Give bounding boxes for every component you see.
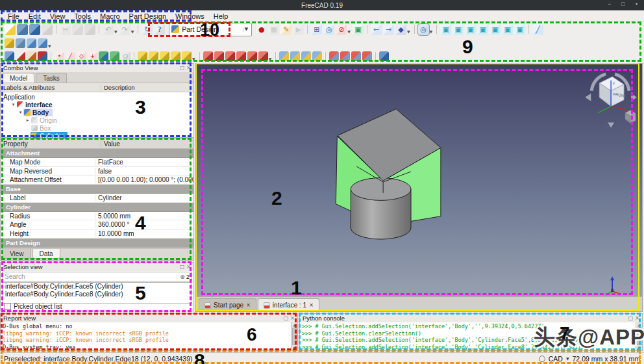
selection-list-item[interactable]: interface#Body.Cylinder.Face8 (Cylinder) xyxy=(3,291,192,298)
minimize-button[interactable]: − xyxy=(608,1,611,7)
property-row-height[interactable]: Height10.0000 mm xyxy=(1,229,193,239)
rotate-view-icon[interactable]: ◆ xyxy=(395,24,406,35)
view-bottom-icon[interactable]: ▣ xyxy=(502,24,513,35)
view-top-icon[interactable]: ▣ xyxy=(465,24,476,35)
view-rear-icon[interactable]: ▣ xyxy=(489,24,501,35)
property-value[interactable]: Cylinder xyxy=(95,194,193,202)
macro-record-icon[interactable]: ● xyxy=(256,24,267,35)
menu-edit[interactable]: Edit xyxy=(24,12,45,21)
expander-icon[interactable]: ▸ xyxy=(2,177,5,182)
redo-dropdown-icon[interactable]: ▼ xyxy=(131,29,134,34)
close-button[interactable]: ▪ xyxy=(636,1,638,7)
close-tab-icon[interactable]: × xyxy=(309,302,314,308)
3d-viewport[interactable]: FRONT z x xyxy=(195,64,642,297)
column-description[interactable]: Description xyxy=(101,84,138,91)
subtractive-helix-dropdown-icon[interactable]: ▼ xyxy=(269,57,272,61)
fillet-icon[interactable] xyxy=(279,51,289,61)
nav-back-icon[interactable]: ← xyxy=(371,24,382,35)
menu-macro[interactable]: Macro xyxy=(95,12,125,21)
property-row-map-mode[interactable]: Map ModeFlatFace xyxy=(1,158,193,167)
draft-icon[interactable] xyxy=(301,51,311,61)
new-file-icon[interactable] xyxy=(5,24,16,35)
subtractive-loft-icon[interactable] xyxy=(236,51,246,61)
float-panel-icon[interactable]: □ xyxy=(180,264,185,270)
shape-binder-icon[interactable] xyxy=(99,51,108,61)
create-sketch-icon[interactable] xyxy=(16,51,25,61)
view-right-icon[interactable]: ▣ xyxy=(477,24,488,35)
datum-line-icon[interactable]: ╱ xyxy=(66,51,75,61)
expander-icon[interactable]: ▾ xyxy=(18,110,23,115)
chamfer-icon[interactable] xyxy=(290,51,300,61)
python-console-content[interactable]: >>> # Gui.Selection.addSelection('interf… xyxy=(300,322,636,350)
cylinder-top-face[interactable] xyxy=(351,178,411,201)
chevron-down-icon[interactable]: ▼ xyxy=(566,356,569,361)
navigation-style-selector[interactable]: CAD xyxy=(549,355,563,363)
undo-dropdown-icon[interactable]: ▼ xyxy=(114,29,118,34)
draw-style-dropdown-icon[interactable]: ▼ xyxy=(347,29,351,34)
close-panel-icon[interactable]: × xyxy=(290,315,295,321)
create-part-icon[interactable] xyxy=(5,38,14,48)
property-row-radius[interactable]: Radius5.0000 mm xyxy=(1,212,193,221)
make-sub-link-dropdown-icon[interactable]: ▼ xyxy=(48,44,51,48)
zoom-region-icon[interactable]: ◎ xyxy=(418,24,429,35)
3d-scene[interactable]: FRONT z x xyxy=(195,64,642,297)
close-panel-icon[interactable]: × xyxy=(186,65,191,71)
column-labels-attributes[interactable]: Labels & Attributes xyxy=(1,84,101,91)
additive-pipe-icon[interactable] xyxy=(171,51,180,61)
boolean-operation-icon[interactable] xyxy=(379,51,389,61)
close-tab-icon[interactable]: × xyxy=(246,302,251,308)
measure-distance-icon[interactable]: ╱ xyxy=(532,24,543,35)
workbench-selector[interactable]: Part Design ▼ xyxy=(169,23,252,36)
python-scrollbar[interactable]: ▲▼ xyxy=(636,322,642,350)
close-panel-icon[interactable]: × xyxy=(186,264,191,270)
make-sub-link-icon[interactable] xyxy=(38,38,47,48)
expander-icon[interactable]: ▾ xyxy=(10,102,16,107)
view-front-icon[interactable]: ▣ xyxy=(452,24,464,35)
validate-sketch-icon[interactable]: ○ xyxy=(121,51,130,61)
subtractive-pipe-icon[interactable] xyxy=(247,51,257,61)
menu-part-design[interactable]: Part Design xyxy=(125,12,171,21)
save-file-icon[interactable] xyxy=(29,24,40,35)
property-row-attachment-offset[interactable]: Attachment Offset▸[(0.00 0.00 1.00); 0.0… xyxy=(1,176,193,185)
menu-file[interactable]: File xyxy=(3,12,24,21)
maximize-button[interactable]: □ xyxy=(621,1,625,7)
property-value[interactable]: [(0.00 0.00 1.00); 0.0000 °; (0.0000 m..… xyxy=(95,176,193,183)
thickness-icon[interactable] xyxy=(312,51,322,61)
map-sketch-icon[interactable] xyxy=(38,51,47,61)
menu-help[interactable]: Help xyxy=(209,12,233,21)
datum-point-icon[interactable]: • xyxy=(55,51,64,61)
property-value[interactable]: false xyxy=(95,168,193,175)
open-file-icon[interactable] xyxy=(17,24,28,35)
revolution-icon[interactable] xyxy=(149,51,158,61)
float-panel-icon[interactable]: □ xyxy=(180,65,185,71)
menu-tools[interactable]: Tools xyxy=(69,12,95,21)
edit-sketch-icon[interactable] xyxy=(27,51,36,61)
tab-data[interactable]: Data xyxy=(32,249,60,259)
polar-pattern-icon[interactable] xyxy=(351,51,361,61)
groove-icon[interactable] xyxy=(225,51,235,61)
whats-this-icon[interactable]: ? xyxy=(154,24,165,35)
expander-icon[interactable]: ▸ xyxy=(25,118,31,123)
property-value[interactable]: 5.0000 mm xyxy=(95,213,193,220)
float-panel-icon[interactable]: □ xyxy=(284,315,289,321)
property-row-angle[interactable]: Angle360.0000 ° xyxy=(1,220,193,229)
mdi-tab-interface-1[interactable]: interface : 1× xyxy=(258,298,319,311)
additive-helix-icon[interactable] xyxy=(182,51,192,61)
linear-pattern-icon[interactable] xyxy=(340,51,350,61)
close-panel-icon[interactable]: × xyxy=(635,315,639,321)
view-axonometric-icon[interactable]: ▣ xyxy=(440,24,451,35)
tab-view[interactable]: View xyxy=(3,249,31,259)
refresh-icon[interactable]: ↻ xyxy=(142,24,153,35)
report-scrollbar[interactable]: ▲▼ xyxy=(291,322,297,350)
view-left-icon[interactable]: ▣ xyxy=(514,24,525,35)
zoom-fit-all-icon[interactable]: ⊞ xyxy=(311,24,322,35)
tree-item-origin[interactable]: ▸Origin xyxy=(1,116,193,124)
tree-item-box[interactable]: Box xyxy=(1,124,193,132)
tab-tasks[interactable]: Tasks xyxy=(36,73,67,83)
zoom-region-dropdown-icon[interactable]: ▼ xyxy=(430,29,433,34)
hole-icon[interactable] xyxy=(214,51,224,61)
property-row-label[interactable]: LabelCylinder xyxy=(1,194,193,203)
tree-item-application[interactable]: Application xyxy=(1,93,193,101)
draw-style-icon[interactable]: ⊘ xyxy=(336,24,347,35)
tab-model[interactable]: Model xyxy=(3,73,34,83)
